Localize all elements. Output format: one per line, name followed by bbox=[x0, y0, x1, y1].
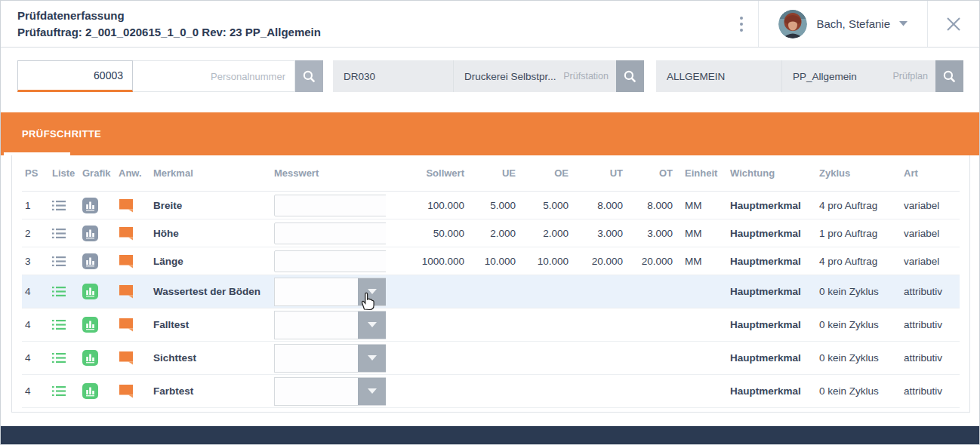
ps-value: 4 bbox=[22, 352, 49, 364]
oe-value: 2.000 bbox=[520, 228, 573, 239]
search-bar: DR030 Druckerei Selbstpr... Prüfstation … bbox=[1, 48, 979, 112]
ps-value: 4 bbox=[22, 286, 49, 297]
pruefstation-label: Prüfstation bbox=[563, 71, 616, 81]
column-header-ut: UT bbox=[573, 167, 627, 179]
art-value: variabel bbox=[901, 228, 960, 239]
pruefstation-code-field[interactable]: DR030 bbox=[333, 60, 454, 92]
column-header-ot: OT bbox=[627, 167, 677, 179]
art-value: attributiv bbox=[901, 385, 960, 397]
wichtung-value: Hauptmerkmal bbox=[723, 200, 816, 211]
search-icon bbox=[302, 69, 316, 84]
anweisung-icon bbox=[119, 284, 134, 299]
table-row-sichttest: 4SichttestHauptmerkmal0 kein Zyklusattri… bbox=[22, 342, 960, 375]
personalnummer-value-field[interactable] bbox=[17, 60, 133, 92]
liste-button[interactable] bbox=[49, 256, 79, 266]
grafik-button[interactable] bbox=[79, 284, 116, 299]
more-options-button[interactable] bbox=[725, 1, 758, 47]
zyklus-value: 4 pro Auftrag bbox=[816, 256, 901, 267]
pruefplan-value: PP_Allgemein bbox=[782, 71, 892, 82]
column-header-messwert: Messwert bbox=[271, 167, 386, 179]
grafik-button[interactable] bbox=[79, 383, 116, 399]
table-header-row: PSListeGrafikAnw.MerkmalMesswertSollwert… bbox=[22, 155, 960, 192]
zyklus-value: 4 pro Auftrag bbox=[816, 200, 901, 211]
liste-button[interactable] bbox=[49, 386, 79, 396]
merkmal-name: Sichttest bbox=[150, 352, 271, 364]
user-menu[interactable]: Bach, Stefanie bbox=[759, 1, 927, 47]
art-value: attributiv bbox=[901, 286, 960, 297]
messwert-dropdown-button[interactable] bbox=[358, 345, 386, 372]
column-header-oe: OE bbox=[520, 167, 573, 179]
anweisung-button[interactable] bbox=[116, 351, 150, 365]
messwert-input[interactable] bbox=[274, 250, 386, 272]
window-header: Prüfdatenerfassung Prüfauftrag: 2_001_02… bbox=[1, 1, 979, 48]
pruefplan-code: ALLGEMEIN bbox=[656, 71, 725, 82]
pruefstation-search-button[interactable] bbox=[616, 60, 644, 92]
grafik-button[interactable] bbox=[79, 226, 116, 241]
anweisung-button[interactable] bbox=[116, 198, 150, 213]
pruefplan-search-button[interactable] bbox=[935, 60, 963, 92]
personalnummer-name-input[interactable] bbox=[133, 61, 294, 91]
anweisung-button[interactable] bbox=[116, 318, 150, 332]
personalnummer-search-button[interactable] bbox=[295, 60, 323, 92]
messwert-dropdown[interactable] bbox=[274, 278, 386, 306]
dropdown-arrow-icon bbox=[368, 388, 377, 394]
grafik-button[interactable] bbox=[79, 198, 116, 213]
merkmal-name: Wassertest der Böden bbox=[150, 286, 271, 297]
messwert-dropdown[interactable] bbox=[274, 377, 386, 406]
zyklus-value: 0 kein Zyklus bbox=[816, 286, 901, 297]
kebab-menu-icon bbox=[739, 16, 744, 32]
pruefplan-group: ALLGEMEIN PP_Allgemein Prüfplan bbox=[656, 60, 963, 92]
table-row-länge: 3Länge1000.00010.00010.00020.00020.000MM… bbox=[22, 247, 960, 275]
pruefstation-group: DR030 Druckerei Selbstpr... Prüfstation bbox=[333, 60, 644, 92]
messwert-dropdown-button[interactable] bbox=[358, 312, 386, 339]
einheit-value: MM bbox=[677, 228, 723, 239]
liste-button[interactable] bbox=[49, 201, 79, 210]
column-header-liste: Liste bbox=[49, 167, 79, 179]
liste-button[interactable] bbox=[49, 287, 79, 296]
messwert-input[interactable] bbox=[274, 195, 386, 216]
liste-icon bbox=[52, 386, 66, 396]
anweisung-icon bbox=[119, 318, 134, 332]
messwert-dropdown[interactable] bbox=[274, 311, 386, 339]
wichtung-value: Hauptmerkmal bbox=[723, 352, 816, 364]
anweisung-button[interactable] bbox=[116, 284, 150, 299]
messwert-dropdown-button[interactable] bbox=[358, 278, 386, 305]
messwert-input[interactable] bbox=[274, 222, 386, 244]
personalnummer-input[interactable] bbox=[18, 61, 132, 90]
sollwert-value: 50.000 bbox=[386, 228, 469, 239]
column-header-merkmal: Merkmal bbox=[150, 167, 271, 179]
tab-pruefschritte[interactable]: PRÜFSCHRITTE bbox=[22, 112, 101, 155]
messwert-cell bbox=[271, 377, 386, 406]
pruefstation-name-field[interactable]: Druckerei Selbstpr... Prüfstation bbox=[454, 60, 616, 92]
ps-value: 3 bbox=[22, 256, 49, 267]
anweisung-button[interactable] bbox=[116, 254, 150, 269]
grafik-button[interactable] bbox=[79, 253, 116, 269]
messwert-dropdown-button[interactable] bbox=[358, 378, 386, 405]
user-name: Bach, Stefanie bbox=[816, 17, 890, 30]
personalnummer-search-field[interactable] bbox=[133, 60, 295, 92]
ue-value: 2.000 bbox=[469, 228, 520, 239]
search-icon bbox=[942, 69, 957, 84]
messwert-dropdown[interactable] bbox=[274, 344, 386, 373]
table-row-farbtest: 4FarbtestHauptmerkmal0 kein Zyklusattrib… bbox=[22, 375, 960, 408]
pruefstation-value: Druckerei Selbstpr... bbox=[454, 71, 563, 82]
grafik-button[interactable] bbox=[79, 317, 116, 333]
dropdown-arrow-icon bbox=[368, 322, 377, 328]
messwert-cell bbox=[271, 311, 386, 339]
liste-button[interactable] bbox=[49, 353, 79, 363]
ut-value: 3.000 bbox=[573, 228, 627, 239]
grafik-button[interactable] bbox=[79, 350, 116, 366]
liste-button[interactable] bbox=[49, 320, 79, 330]
search-icon bbox=[623, 69, 637, 84]
anweisung-button[interactable] bbox=[116, 384, 150, 398]
pruefstation-code: DR030 bbox=[333, 71, 375, 82]
close-button[interactable] bbox=[928, 1, 979, 47]
anweisung-button[interactable] bbox=[116, 226, 150, 241]
grafik-icon bbox=[82, 226, 98, 241]
pruefplan-name-field[interactable]: PP_Allgemein Prüfplan bbox=[782, 60, 935, 92]
chevron-down-icon bbox=[899, 21, 908, 26]
pruefplan-code-field[interactable]: ALLGEMEIN bbox=[656, 60, 782, 92]
liste-button[interactable] bbox=[49, 229, 79, 238]
column-header-art: Art bbox=[901, 167, 960, 179]
liste-icon bbox=[52, 229, 66, 238]
